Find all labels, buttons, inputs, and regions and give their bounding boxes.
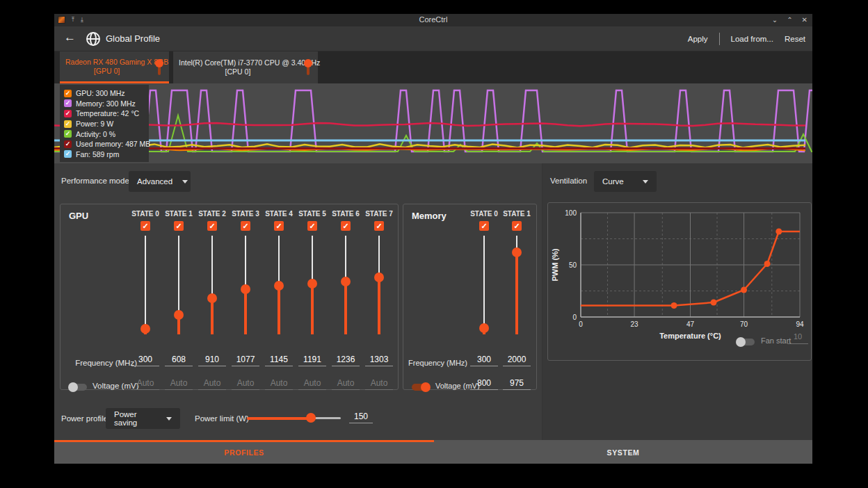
state-slider-fill [244,288,247,334]
state-slider-knob[interactable] [274,281,284,291]
state-frequency-input[interactable]: 1303 [365,355,393,366]
bottom-tab-system[interactable]: SYSTEM [434,440,812,464]
pin-icon[interactable] [154,58,164,76]
corectrl-window: ⤒ ⤓ CoreCtrl ⌄ ⌃ ✕ ← Global Profile Appl… [54,14,812,464]
state-checkbox[interactable]: ✓ [307,221,317,231]
state-slider-knob[interactable] [374,273,384,282]
legend-label: Memory: 300 MHz [76,99,136,108]
device-tab-gpu[interactable]: Radeon RX 480 Gaming X 8GB[GPU 0] [60,51,169,83]
device-tab-name: Radeon RX 480 Gaming X 8GB [65,58,148,67]
state-frequency-input[interactable]: 2000 [503,355,531,366]
state-slider-track[interactable] [312,236,313,283]
titlebar: ⤒ ⤓ CoreCtrl ⌄ ⌃ ✕ [54,14,812,26]
load-from-button[interactable]: Load from... [731,35,773,43]
state-slider-track[interactable] [211,236,213,298]
state-frequency-input[interactable]: 1236 [332,355,360,366]
state-voltage-input[interactable]: Auto [198,378,226,390]
state-voltage-input[interactable]: Auto [165,378,193,390]
state-frequency-input[interactable]: 1145 [265,355,293,366]
legend-item: ✓Power: 9 W [64,119,145,129]
reset-button[interactable]: Reset [785,35,805,43]
state-voltage-input[interactable]: Auto [131,378,159,390]
state-slider-knob[interactable] [174,310,184,320]
state-slider-knob[interactable] [140,324,150,334]
power-limit-label: Power limit (W) [195,414,249,423]
svg-text:50: 50 [569,261,577,269]
state-slider-track[interactable] [345,236,346,281]
state-checkbox[interactable]: ✓ [341,221,351,231]
state-slider-knob[interactable] [241,284,250,294]
state-frequency-input[interactable]: 300 [131,355,159,366]
state-frequency-input[interactable]: 1077 [232,355,259,366]
state-voltage-input[interactable]: Auto [332,378,360,390]
legend-checkbox[interactable]: ✓ [64,110,72,117]
state-slider-knob[interactable] [512,247,522,257]
power-limit-slider-knob[interactable] [306,413,316,423]
sensor-graph-plot [54,83,812,163]
fan-start-input[interactable]: 10 [787,332,808,344]
window-close-icon[interactable]: ✕ [802,15,807,24]
svg-text:PWM (%): PWM (%) [551,248,559,281]
state-checkbox[interactable]: ✓ [174,221,184,231]
fan-curve-point[interactable] [764,261,771,267]
state-slider-knob[interactable] [307,279,317,288]
state-slider-knob[interactable] [207,293,217,303]
state-slider-knob[interactable] [479,323,489,333]
performance-mode-select[interactable]: Advanced [129,171,191,192]
fan-curve-point[interactable] [671,302,677,309]
svg-text:0: 0 [572,314,577,321]
state-voltage-input[interactable]: Auto [365,378,393,390]
state-slider-knob[interactable] [341,277,351,286]
fan-curve-point[interactable] [711,300,717,306]
state-checkbox[interactable]: ✓ [479,221,489,231]
state-checkbox[interactable]: ✓ [140,221,150,231]
state-checkbox[interactable]: ✓ [374,221,384,231]
legend-checkbox[interactable]: ✓ [64,120,72,128]
state-slider-track[interactable] [378,236,380,277]
memory-voltage-toggle[interactable] [412,384,430,391]
state-voltage-input[interactable]: Auto [265,378,293,390]
state-slider-track[interactable] [178,236,179,314]
ventilation-mode-select[interactable]: Curve [594,171,657,192]
state-slider-track[interactable] [278,236,280,285]
state-voltage-input[interactable]: Auto [232,378,259,390]
state-frequency-input[interactable]: 910 [198,355,226,366]
globe-icon [85,31,102,47]
gpu-voltage-toggle[interactable] [69,384,87,391]
legend-checkbox[interactable]: ✓ [64,130,72,138]
legend-checkbox[interactable]: ✓ [64,140,72,148]
state-slider-track[interactable] [245,236,246,288]
state-slider-track[interactable] [483,236,485,327]
state-checkbox[interactable]: ✓ [241,221,250,231]
device-tab-cpu[interactable]: Intel(R) Core(TM) i7-3770 CPU @ 3.40GHz[… [173,51,318,83]
svg-text:Temperature (°C): Temperature (°C) [659,332,721,340]
state-slider-track[interactable] [145,236,146,328]
legend-item: ✓Temperature: 42 °C [64,108,145,119]
fan-curve-point[interactable] [741,287,747,293]
state-frequency-input[interactable]: 608 [165,355,193,366]
state-voltage-input[interactable]: Auto [298,378,326,390]
bottom-tab-profiles[interactable]: PROFILES [54,440,434,464]
back-button[interactable]: ← [64,31,76,44]
fan-curve-point[interactable] [775,229,782,235]
fan-start-toggle[interactable] [737,339,755,345]
legend-checkbox[interactable]: ✓ [64,90,72,97]
window-minimize-icon[interactable]: ⌄ [772,15,778,24]
state-checkbox[interactable]: ✓ [512,221,522,231]
state-voltage-input[interactable]: 800 [470,378,498,390]
state-frequency-input[interactable]: 1191 [298,355,326,366]
apply-button[interactable]: Apply [688,35,708,43]
state-checkbox[interactable]: ✓ [274,221,284,231]
state-frequency-input[interactable]: 300 [470,355,498,366]
window-maximize-icon[interactable]: ⌃ [787,15,792,24]
state-slider-fill [344,281,347,335]
pin-icon[interactable] [303,58,313,76]
legend-checkbox[interactable]: ✓ [64,99,72,107]
legend-item: ✓Activity: 0 % [64,129,145,139]
power-limit-input[interactable]: 150 [349,412,373,423]
state-checkbox[interactable]: ✓ [207,221,217,231]
state-voltage-input[interactable]: 975 [503,378,531,390]
power-profile-select[interactable]: Power saving [106,408,180,429]
legend-checkbox[interactable]: ✓ [64,150,72,158]
device-tab-id: [GPU 0] [65,67,148,76]
